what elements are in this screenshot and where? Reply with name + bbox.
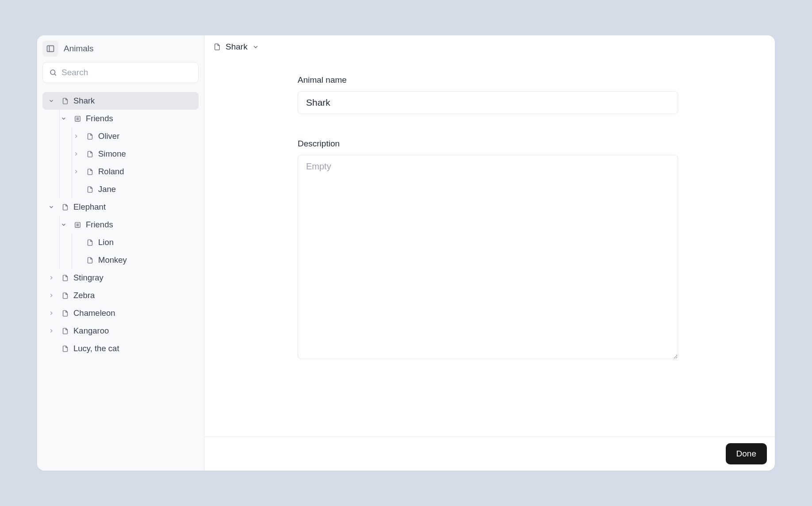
tree-item-label: Friends — [86, 114, 113, 123]
list-icon — [73, 115, 82, 123]
tree-item-label: Monkey — [98, 255, 127, 265]
chevron-down-icon[interactable] — [46, 98, 57, 104]
breadcrumb-label: Shark — [226, 42, 248, 52]
chevron-right-icon[interactable] — [71, 133, 81, 139]
tree-item-label: Elephant — [73, 202, 106, 212]
tree-item-oliver[interactable]: Oliver — [67, 127, 199, 145]
breadcrumb[interactable]: Shark — [204, 35, 775, 58]
toggle-sidebar-button[interactable] — [42, 41, 58, 57]
tree-children: Lion Monkey — [67, 234, 199, 269]
app-window: Animals Shark — [37, 35, 775, 471]
file-icon — [85, 257, 95, 264]
tree-item-shark[interactable]: Shark — [42, 92, 199, 110]
tree-children: Friends Oliver — [55, 110, 199, 198]
file-icon — [60, 327, 70, 335]
chevron-down-icon[interactable] — [58, 115, 69, 122]
tree-item-label: Roland — [98, 167, 124, 176]
tree-item-chameleon[interactable]: Chameleon — [42, 304, 199, 322]
chevron-down-icon[interactable] — [252, 43, 259, 50]
chevron-right-icon[interactable] — [46, 275, 57, 281]
name-label: Animal name — [298, 75, 678, 85]
tree-item-roland[interactable]: Roland — [67, 163, 199, 180]
tree-item-lucy[interactable]: Lucy, the cat — [42, 340, 199, 357]
file-icon — [60, 203, 70, 211]
tree-item-monkey[interactable]: Monkey — [67, 251, 199, 269]
svg-rect-0 — [47, 46, 54, 51]
chevron-down-icon[interactable] — [46, 204, 57, 210]
tree-item-label: Chameleon — [73, 308, 115, 318]
form: Animal name Description — [298, 75, 678, 420]
chevron-right-icon[interactable] — [71, 169, 81, 175]
file-icon — [60, 345, 70, 353]
tree: Shark Friends — [37, 89, 204, 360]
name-input[interactable] — [298, 91, 678, 114]
tree-item-label: Friends — [86, 220, 113, 230]
tree-children: Oliver Simone — [67, 127, 199, 198]
tree-item-label: Oliver — [98, 131, 119, 141]
tree-item-label: Shark — [73, 96, 95, 106]
svg-point-2 — [50, 70, 55, 75]
sidebar-title: Animals — [64, 44, 94, 54]
tree-item-simone[interactable]: Simone — [67, 145, 199, 163]
tree-item-shark-friends[interactable]: Friends — [55, 110, 199, 127]
tree-item-elephant[interactable]: Elephant — [42, 198, 199, 216]
search-icon — [49, 69, 57, 77]
tree-item-label: Simone — [98, 149, 126, 159]
search-container — [37, 62, 204, 89]
main: Shark Animal name Description Done — [204, 35, 775, 471]
sidebar-header: Animals — [37, 35, 204, 62]
tree-item-stingray[interactable]: Stingray — [42, 269, 199, 287]
tree-item-label: Zebra — [73, 291, 95, 300]
panel-left-icon — [46, 44, 55, 53]
file-icon — [85, 168, 95, 176]
file-icon — [60, 292, 70, 299]
tree-item-jane[interactable]: Jane — [67, 180, 199, 198]
chevron-right-icon[interactable] — [46, 292, 57, 299]
file-icon — [85, 150, 95, 158]
chevron-right-icon[interactable] — [71, 151, 81, 157]
tree-item-label: Stingray — [73, 273, 103, 283]
sidebar: Animals Shark — [37, 35, 204, 471]
list-icon — [73, 221, 82, 229]
chevron-right-icon[interactable] — [46, 310, 57, 316]
file-icon — [213, 43, 221, 51]
file-icon — [60, 310, 70, 317]
tree-item-elephant-friends[interactable]: Friends — [55, 216, 199, 234]
search-box[interactable] — [42, 62, 199, 83]
file-icon — [85, 186, 95, 193]
tree-item-lion[interactable]: Lion — [67, 234, 199, 251]
done-button[interactable]: Done — [726, 443, 767, 464]
chevron-down-icon[interactable] — [58, 222, 69, 228]
tree-item-label: Lion — [98, 238, 114, 247]
tree-item-kangaroo[interactable]: Kangaroo — [42, 322, 199, 340]
file-icon — [85, 133, 95, 140]
footer: Done — [204, 437, 775, 471]
tree-children: Friends Lion — [55, 216, 199, 269]
file-icon — [85, 239, 95, 246]
tree-item-label: Kangaroo — [73, 326, 109, 336]
description-input[interactable] — [298, 155, 678, 359]
main-body: Animal name Description — [204, 58, 775, 437]
file-icon — [60, 274, 70, 282]
file-icon — [60, 97, 70, 105]
svg-line-3 — [54, 74, 56, 75]
tree-item-label: Jane — [98, 184, 116, 194]
description-label: Description — [298, 139, 678, 149]
tree-item-label: Lucy, the cat — [73, 344, 119, 353]
chevron-right-icon[interactable] — [46, 328, 57, 334]
search-input[interactable] — [61, 68, 192, 77]
tree-item-zebra[interactable]: Zebra — [42, 287, 199, 304]
